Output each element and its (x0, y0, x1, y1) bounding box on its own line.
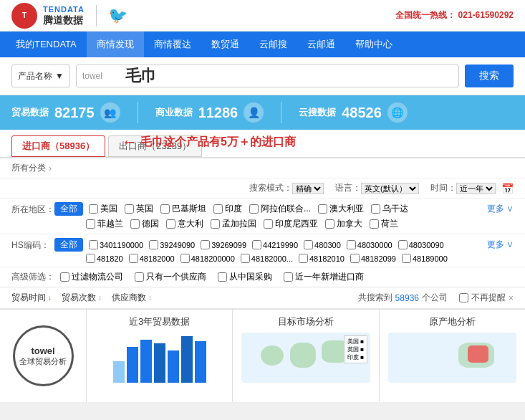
hs-code-9[interactable]: 48182000 (129, 254, 175, 263)
chart-circle-text: towel 全球贸易分析 (19, 345, 67, 367)
cloud-data-stat: 云搜数据 48526 🌐 (299, 102, 408, 123)
hs-code-7[interactable]: 48030090 (398, 240, 444, 249)
search-input-wrap: 毛巾 (76, 65, 459, 87)
nav-item-mytendata[interactable]: 我的TENDATA (6, 32, 87, 57)
region-australia[interactable]: 澳大利亚 (318, 203, 364, 215)
search-type-select[interactable]: 产品名称 ▼ (11, 65, 70, 87)
region-uk[interactable]: 英国 (125, 203, 153, 215)
region-netherlands[interactable]: 荷兰 (370, 218, 398, 230)
hs-code-13[interactable]: 48182099 (350, 254, 396, 263)
region-germany[interactable]: 德国 (130, 218, 159, 230)
region-label: 所在地区： (11, 202, 54, 216)
bar-6 (181, 336, 193, 383)
adv-new-importer[interactable]: 近一年新增进口商 (284, 271, 364, 283)
total-unit: 个公司 (422, 292, 448, 304)
region-usa[interactable]: 美国 (89, 203, 117, 215)
stat-divider-1 (138, 102, 138, 123)
sort-trade-count-icon: ↕ (98, 294, 102, 302)
region-filter-row: 所在地区： 全部 美国 英国 巴基斯坦 印度 阿拉伯联合... 澳大利亚 乌干达… (11, 202, 514, 230)
hs-code-11[interactable]: 48182000... (241, 254, 293, 263)
trade-data-stat: 贸易数据 82175 👥 (11, 102, 120, 123)
nav-item-shangqingda[interactable]: 商情覆达 (144, 32, 201, 57)
region-more[interactable]: 更多 ∨ (487, 203, 514, 215)
hs-active-all[interactable]: 全部 (54, 238, 83, 252)
sort-options: 贸易时间 ↓ 贸易次数 ↕ 供应商数 ↕ (11, 292, 358, 304)
hs-code-10[interactable]: 4818200000 (180, 254, 235, 263)
circle-text-line1: towel (19, 345, 67, 356)
sort-trade-time[interactable]: 贸易时间 ↓ (11, 292, 52, 304)
region-philippines[interactable]: 菲越兰 (86, 218, 123, 230)
region-italy[interactable]: 意大利 (166, 218, 203, 230)
total-text-label: 共搜索到 (358, 292, 392, 304)
hs-code-2[interactable]: 39249090 (149, 240, 195, 249)
calendar-icon[interactable]: 📅 (501, 183, 514, 194)
nav-item-shangqing[interactable]: 商情发现 (87, 32, 144, 57)
hs-code-1[interactable]: 3401190000 (89, 240, 143, 249)
hs-code-4[interactable]: 44219990 (252, 240, 298, 249)
nav-item-shuzhangtong[interactable]: 数贸通 (201, 32, 249, 57)
tab-import[interactable]: 进口商（58936） (11, 135, 105, 157)
region-pakistan[interactable]: 巴基斯坦 (160, 203, 206, 215)
region-active-all[interactable]: 全部 (54, 202, 83, 216)
nav-item-help[interactable]: 帮助中心 (345, 32, 403, 57)
adv-single-supplier[interactable]: 只有一个供应商 (135, 271, 206, 283)
advanced-filter: 高级筛选： 过滤物流公司 只有一个供应商 从中国采购 近一年新增进口商 (0, 267, 525, 287)
origin-map (388, 333, 516, 383)
search-type-label: 产品名称 (18, 70, 52, 82)
adv-logistics[interactable]: 过滤物流公司 (60, 271, 123, 283)
sort-trade-time-label: 贸易时间 (11, 292, 46, 304)
map-legend: 美国 ■ 英国 ■ 印度 ■ (344, 335, 367, 364)
region-options: 全部 美国 英国 巴基斯坦 印度 阿拉伯联合... 澳大利亚 乌干达 更多 ∨ … (54, 202, 514, 230)
search-mode-select[interactable]: 精确 模糊 (292, 183, 324, 194)
hs-code-3[interactable]: 39269099 (201, 240, 246, 249)
hs-code-14[interactable]: 48189000 (402, 254, 448, 263)
region-india[interactable]: 印度 (213, 203, 242, 215)
sort-supplier-count[interactable]: 供应商数 ↕ (112, 292, 152, 304)
bird-icon: 🐦 (108, 6, 127, 25)
total-count[interactable]: 58936 (395, 293, 419, 303)
chart-circle: towel 全球贸易分析 (13, 325, 74, 386)
search-input[interactable] (77, 71, 120, 81)
language-label: 语言： (335, 182, 361, 194)
close-icon[interactable]: × (509, 293, 514, 303)
hs-code-6[interactable]: 48030000 (347, 240, 392, 249)
chart-panel-market: 目标市场分析 美国 ■ 英国 ■ 印度 ■ (232, 310, 378, 402)
chart-panel-trade: 近3年贸易数据 (86, 310, 232, 402)
map-china-highlight (468, 345, 488, 363)
hs-code-8[interactable]: 481820 (86, 254, 123, 263)
hs-more[interactable]: 更多 ∨ (487, 239, 514, 251)
chart-area: towel 全球贸易分析 近3年贸易数据 目标市场分析 美国 ■ (0, 309, 525, 402)
region-row2: 菲越兰 德国 意大利 孟加拉国 印度尼西亚 加拿大 荷兰 (54, 218, 514, 230)
region-indonesia[interactable]: 印度尼西亚 (264, 218, 318, 230)
region-uganda[interactable]: 乌干达 (371, 203, 408, 215)
bar-2 (127, 347, 138, 383)
search-mode-label: 搜索模式： (249, 182, 292, 194)
nav-item-yunyoutong[interactable]: 云邮通 (297, 32, 345, 57)
market-map: 美国 ■ 英国 ■ 印度 ■ (241, 333, 370, 383)
sort-trade-time-icon: ↓ (48, 294, 52, 302)
hs-code-5[interactable]: 480300 (304, 240, 341, 249)
chart-panel1-title: 近3年贸易数据 (95, 315, 223, 328)
region-uae[interactable]: 阿拉伯联合... (249, 203, 311, 215)
business-data-num: 11286 (198, 105, 239, 121)
hs-code-12[interactable]: 48182010 (299, 254, 345, 263)
language-select[interactable]: 英文(默认） 中文 (361, 183, 419, 194)
logo-letter: T (22, 11, 27, 19)
adv-china-purchase[interactable]: 从中国采购 (218, 271, 272, 283)
cloud-data-num: 48526 (342, 105, 382, 121)
region-bangladesh[interactable]: 孟加拉国 (211, 218, 256, 230)
hs-label: HS编码： (11, 238, 54, 252)
time-select[interactable]: 近一年 近两年 近三年 (456, 183, 496, 194)
region-canada[interactable]: 加拿大 (325, 218, 362, 230)
tabs-row: 进口商（58936） 出口商（23239） ← 毛巾这个产品有5万＋的进口商 (0, 130, 525, 158)
region-filter: 所在地区： 全部 美国 英国 巴基斯坦 印度 阿拉伯联合... 澳大利亚 乌干达… (0, 199, 525, 234)
sort-trade-count[interactable]: 贸易次数 ↕ (62, 292, 102, 304)
map-americas (261, 345, 284, 366)
hs-row1: 全部 3401190000 39249090 39269099 44219990… (54, 238, 514, 252)
no-remind-checkbox[interactable] (459, 293, 468, 302)
nav-item-yunyousou[interactable]: 云邮搜 (249, 32, 297, 57)
search-button[interactable]: 搜索 (465, 65, 514, 87)
total-info: 共搜索到 58936 个公司 (358, 292, 448, 304)
sort-supplier-count-icon: ↕ (148, 294, 152, 302)
hotline: 全国统一热线： 021-61590292 (395, 9, 514, 22)
